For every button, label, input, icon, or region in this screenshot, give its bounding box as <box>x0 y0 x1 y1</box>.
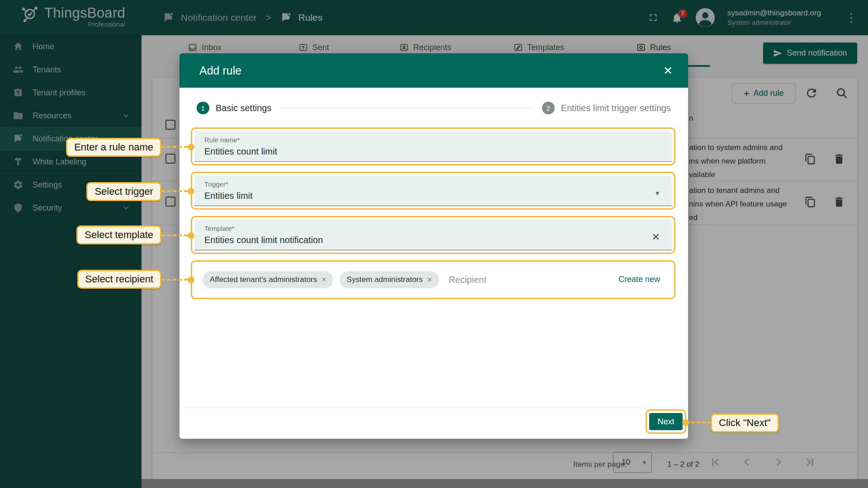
create-new-link[interactable]: Create new <box>618 275 660 284</box>
callout-connector-dot <box>188 277 194 283</box>
rule-name-field[interactable]: Rule name* Entities count limit <box>194 131 672 162</box>
callout-connector-dot <box>188 232 194 239</box>
next-button[interactable]: Next <box>649 413 683 430</box>
footer-divider <box>179 408 688 408</box>
callout-connector <box>161 190 188 192</box>
template-highlight: Template* Entities count limit notificat… <box>191 216 675 254</box>
recipients-field[interactable]: Affected tenant's administrators ✕ Syste… <box>194 264 672 296</box>
step-1-circle: 1 <box>197 102 209 114</box>
recipient-chip[interactable]: Affected tenant's administrators ✕ <box>203 271 333 288</box>
recipient-input[interactable] <box>448 274 547 286</box>
screen: ThingsBoard Professional Notification ce… <box>0 0 868 488</box>
chevron-down-icon[interactable]: ▾ <box>656 189 659 197</box>
next-button-highlight: Next <box>646 409 686 434</box>
dialog-header: Add rule ✕ <box>179 53 688 88</box>
recipients-highlight: Affected tenant's administrators ✕ Syste… <box>191 260 675 299</box>
remove-chip-icon[interactable]: ✕ <box>321 276 327 284</box>
rule-name-highlight: Rule name* Entities count limit <box>191 127 675 165</box>
template-field[interactable]: Template* Entities count limit notificat… <box>194 220 672 250</box>
callout-connector <box>161 235 188 236</box>
dialog-title: Add rule <box>199 53 241 88</box>
stepper-divider <box>280 108 533 108</box>
clear-icon[interactable]: ✕ <box>652 231 660 243</box>
callout-select-template: Select template <box>76 225 161 244</box>
remove-chip-icon[interactable]: ✕ <box>427 276 433 284</box>
callout-connector-dot <box>188 188 194 195</box>
trigger-select[interactable]: Trigger* Entities limit ▾ <box>194 175 672 206</box>
callout-click-next: Click "Next" <box>711 413 779 432</box>
recipient-chip[interactable]: System administrators ✕ <box>340 271 439 288</box>
stepper: 1 Basic settings 2 Entities limit trigge… <box>197 100 671 116</box>
close-icon[interactable]: ✕ <box>663 64 673 77</box>
callout-enter-rule-name: Enter a rule name <box>66 138 161 157</box>
callout-connector-dot <box>682 419 689 426</box>
callout-connector-dot <box>188 144 194 150</box>
callout-connector <box>161 279 188 281</box>
callout-select-trigger: Select trigger <box>86 182 161 201</box>
callout-connector <box>161 146 188 148</box>
callout-connector <box>686 422 711 423</box>
callout-select-recipient: Select recipient <box>77 270 161 289</box>
trigger-highlight: Trigger* Entities limit ▾ <box>191 172 675 210</box>
add-rule-dialog: Add rule ✕ 1 Basic settings 2 Entities l… <box>179 53 688 439</box>
step-1-label[interactable]: Basic settings <box>216 103 271 113</box>
step-2-circle: 2 <box>542 102 555 114</box>
step-2-label[interactable]: Entities limit trigger settings <box>561 103 671 113</box>
